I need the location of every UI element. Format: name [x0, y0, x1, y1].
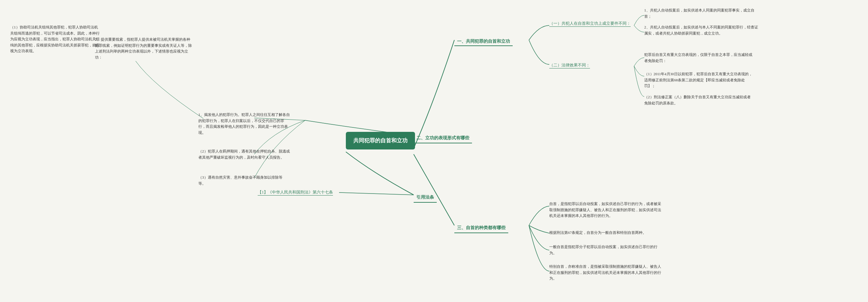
b1-sub2-child1: 犯罪后自首又有重大立功表现的，仅限于自首之本罪，应当减轻或者免除处罚：: [644, 52, 753, 64]
mind-map-canvas: 共同犯罪的自首和立功 一、共同犯罪的自首和立功 （一）共犯人在自首和立功上成立要…: [0, 0, 868, 302]
b2-sub2: （2）犯罪人在羁押期间，遇有其他在押犯自杀、脱逃或者其他严重破坏监视行为的，及时…: [198, 148, 290, 160]
b4-sub3: 一般自首是指犯罪分子犯罪以后自动投案，如实供述自己罪行的行为。: [549, 244, 661, 256]
branch-1: 一、共同犯罪的自首和立功: [454, 37, 513, 46]
b1-sub1-child2: 2、共犯人自动投案后，如实供述与本人不同案的同案犯罪行，经查证属实，或者共犯人协…: [644, 24, 760, 36]
b1-sub2-child3: （2）刑法修正案（八）删除关于自首又有重大立功应当减轻或者免除处罚的原条款。: [644, 94, 753, 106]
b2-sub3: （3）遇有自然灾害、意外事故奋不顾身加以排除等等。: [198, 175, 287, 186]
b1-sub2: （二）法律效果不同：: [549, 62, 590, 68]
b2-sub1: 1、揭发他人的犯罪行为。犯罪人之间往往互相了解各自的犯罪行为，犯罪人在归案以后，…: [198, 112, 290, 136]
b4-sub4: 特别自首，亦称准自首，是指被采取强制措施的犯罪嫌疑人、被告人和正在服刑的罪犯，如…: [549, 264, 661, 282]
branch-ref: 引用法条: [414, 193, 437, 203]
b4-sub1: 自首，是指犯罪以后自动投案，如实供述自己罪行的行为，或者被采取强制措施的犯罪嫌疑…: [549, 201, 661, 219]
left-note: （1）协助司法机关组缉其他罪犯，犯罪人协助司法机关组缉而逃的罪犯，可以节省司法成…: [10, 24, 100, 54]
b2-left-sub1: 2、提供重要线索，指犯罪人提供未被司法机关掌握的各种犯罪线索，例如证明犯罪行为的…: [95, 37, 193, 60]
center-node: 共同犯罪的自首和立功: [346, 132, 415, 149]
branch-ref-sub1: 【1】《中华人民共和国刑法》第六十七条: [258, 189, 333, 196]
branch-4: 三、自首的种类都有哪些: [454, 223, 508, 233]
branch-2: 二、立功的表现形式有哪些: [414, 133, 472, 143]
b1-sub1: （一）共犯人在自首和立功上成立要件不同：: [549, 20, 631, 27]
b1-sub1-child1: 1、共犯人自动投案后，如实供述本人同案的同案犯罪事实，成立自首；: [644, 7, 760, 19]
b1-sub2-child2: （1）2011年4月30日以前犯罪，犯罪后自首又有重大立功表现的，适用修正前刑法…: [644, 71, 753, 89]
b4-sub2: 根据刑法第67条规定，自首分为一般自首和特别自首两种。: [549, 230, 646, 236]
